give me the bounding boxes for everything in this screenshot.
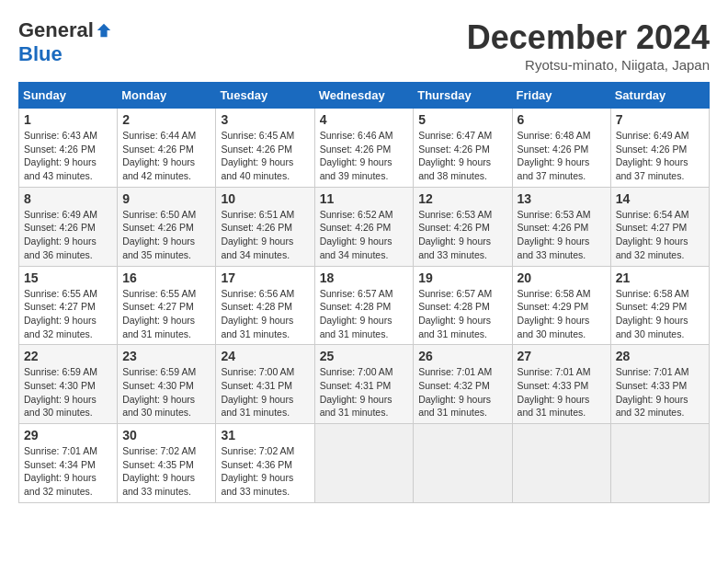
calendar-cell [314,424,414,503]
day-info: Sunrise: 6:58 AMSunset: 4:29 PMDaylight:… [616,287,704,341]
day-number: 8 [24,191,112,206]
calendar-cell: 20Sunrise: 6:58 AMSunset: 4:29 PMDayligh… [512,266,610,345]
day-info: Sunrise: 7:01 AMSunset: 4:33 PMDaylight:… [518,365,606,419]
calendar-cell [512,424,610,503]
calendar-cell: 14Sunrise: 6:54 AMSunset: 4:27 PMDayligh… [610,187,709,266]
day-info: Sunrise: 7:00 AMSunset: 4:31 PMDaylight:… [221,365,309,419]
day-number: 28 [616,349,704,363]
day-number: 29 [24,428,112,442]
day-info: Sunrise: 6:44 AMSunset: 4:26 PMDaylight:… [122,129,210,183]
day-number: 12 [418,191,506,206]
calendar-cell: 2Sunrise: 6:44 AMSunset: 4:26 PMDaylight… [118,109,216,188]
svg-marker-0 [97,24,110,37]
day-number: 27 [518,349,606,363]
calendar-table: SundayMondayTuesdayWednesdayThursdayFrid… [18,82,710,503]
day-info: Sunrise: 6:54 AMSunset: 4:27 PMDaylight:… [616,208,704,262]
day-info: Sunrise: 6:57 AMSunset: 4:28 PMDaylight:… [418,287,506,341]
day-info: Sunrise: 6:55 AMSunset: 4:27 PMDaylight:… [24,287,112,341]
day-info: Sunrise: 7:01 AMSunset: 4:34 PMDaylight:… [24,444,112,499]
day-info: Sunrise: 6:43 AMSunset: 4:26 PMDaylight:… [24,129,112,183]
day-info: Sunrise: 6:45 AMSunset: 4:26 PMDaylight:… [221,129,309,183]
calendar-cell: 6Sunrise: 6:48 AMSunset: 4:26 PMDaylight… [512,109,610,188]
calendar-cell: 16Sunrise: 6:55 AMSunset: 4:27 PMDayligh… [118,266,216,345]
calendar-cell: 22Sunrise: 6:59 AMSunset: 4:30 PMDayligh… [19,345,118,424]
calendar-cell: 15Sunrise: 6:55 AMSunset: 4:27 PMDayligh… [19,266,118,345]
day-info: Sunrise: 6:58 AMSunset: 4:29 PMDaylight:… [518,287,606,341]
calendar-cell: 8Sunrise: 6:49 AMSunset: 4:26 PMDaylight… [19,187,118,266]
calendar-cell: 19Sunrise: 6:57 AMSunset: 4:28 PMDayligh… [414,266,512,345]
day-info: Sunrise: 6:57 AMSunset: 4:28 PMDaylight:… [320,287,409,341]
calendar-cell: 27Sunrise: 7:01 AMSunset: 4:33 PMDayligh… [512,345,610,424]
calendar-cell: 9Sunrise: 6:50 AMSunset: 4:26 PMDaylight… [118,187,216,266]
day-number: 14 [616,191,704,206]
day-info: Sunrise: 6:56 AMSunset: 4:28 PMDaylight:… [221,287,309,341]
day-number: 1 [24,112,112,127]
calendar-week-row: 29Sunrise: 7:01 AMSunset: 4:34 PMDayligh… [19,424,710,503]
day-number: 17 [221,270,309,285]
calendar-cell: 5Sunrise: 6:47 AMSunset: 4:26 PMDaylight… [414,109,512,188]
day-info: Sunrise: 7:00 AMSunset: 4:31 PMDaylight:… [320,365,409,419]
logo-general: General [18,18,94,42]
logo-icon [96,22,112,39]
logo: General Blue [18,18,112,66]
page-header: General Blue December 2024 Ryotsu-minato… [18,18,710,73]
calendar-cell: 21Sunrise: 6:58 AMSunset: 4:29 PMDayligh… [610,266,709,345]
calendar-cell: 23Sunrise: 6:59 AMSunset: 4:30 PMDayligh… [118,345,216,424]
day-number: 5 [418,112,506,127]
main-title: December 2024 [467,18,710,57]
day-number: 4 [320,112,409,127]
day-number: 6 [518,112,606,127]
calendar-cell: 29Sunrise: 7:01 AMSunset: 4:34 PMDayligh… [19,424,118,503]
day-info: Sunrise: 6:51 AMSunset: 4:26 PMDaylight:… [221,208,309,262]
calendar-cell: 12Sunrise: 6:53 AMSunset: 4:26 PMDayligh… [414,187,512,266]
day-info: Sunrise: 7:02 AMSunset: 4:35 PMDaylight:… [122,444,210,499]
calendar-cell: 11Sunrise: 6:52 AMSunset: 4:26 PMDayligh… [314,187,414,266]
day-number: 3 [221,112,309,127]
day-info: Sunrise: 7:02 AMSunset: 4:36 PMDaylight:… [221,444,309,499]
day-number: 13 [518,191,606,206]
day-info: Sunrise: 6:55 AMSunset: 4:27 PMDaylight:… [122,287,210,341]
calendar-header-row: SundayMondayTuesdayWednesdayThursdayFrid… [19,83,710,109]
day-info: Sunrise: 6:53 AMSunset: 4:26 PMDaylight:… [518,208,606,262]
calendar-cell: 13Sunrise: 6:53 AMSunset: 4:26 PMDayligh… [512,187,610,266]
day-number: 30 [122,428,210,442]
calendar-cell: 7Sunrise: 6:49 AMSunset: 4:26 PMDaylight… [610,109,709,188]
day-number: 7 [616,112,704,127]
day-number: 10 [221,191,309,206]
day-info: Sunrise: 6:48 AMSunset: 4:26 PMDaylight:… [518,129,606,183]
weekday-header-thursday: Thursday [414,83,512,109]
calendar-cell: 24Sunrise: 7:00 AMSunset: 4:31 PMDayligh… [216,345,314,424]
day-info: Sunrise: 6:46 AMSunset: 4:26 PMDaylight:… [320,129,409,183]
day-info: Sunrise: 6:52 AMSunset: 4:26 PMDaylight:… [320,208,409,262]
weekday-header-friday: Friday [512,83,610,109]
day-info: Sunrise: 6:49 AMSunset: 4:26 PMDaylight:… [616,129,704,183]
calendar-cell: 10Sunrise: 6:51 AMSunset: 4:26 PMDayligh… [216,187,314,266]
day-number: 9 [122,191,210,206]
calendar-cell: 31Sunrise: 7:02 AMSunset: 4:36 PMDayligh… [216,424,314,503]
weekday-header-monday: Monday [118,83,216,109]
calendar-cell: 18Sunrise: 6:57 AMSunset: 4:28 PMDayligh… [314,266,414,345]
day-number: 20 [518,270,606,285]
weekday-header-saturday: Saturday [610,83,709,109]
day-number: 21 [616,270,704,285]
weekday-header-wednesday: Wednesday [314,83,414,109]
day-number: 25 [320,349,409,363]
day-number: 18 [320,270,409,285]
weekday-header-sunday: Sunday [19,83,118,109]
calendar-cell [414,424,512,503]
subtitle: Ryotsu-minato, Niigata, Japan [467,57,710,73]
day-number: 15 [24,270,112,285]
day-number: 19 [418,270,506,285]
calendar-week-row: 22Sunrise: 6:59 AMSunset: 4:30 PMDayligh… [19,345,710,424]
title-block: December 2024 Ryotsu-minato, Niigata, Ja… [467,18,710,73]
day-number: 22 [24,349,112,363]
calendar-week-row: 15Sunrise: 6:55 AMSunset: 4:27 PMDayligh… [19,266,710,345]
calendar-cell: 26Sunrise: 7:01 AMSunset: 4:32 PMDayligh… [414,345,512,424]
calendar-week-row: 8Sunrise: 6:49 AMSunset: 4:26 PMDaylight… [19,187,710,266]
day-info: Sunrise: 7:01 AMSunset: 4:32 PMDaylight:… [418,365,506,419]
calendar-cell: 17Sunrise: 6:56 AMSunset: 4:28 PMDayligh… [216,266,314,345]
calendar-body: 1Sunrise: 6:43 AMSunset: 4:26 PMDaylight… [19,109,710,503]
day-number: 24 [221,349,309,363]
day-info: Sunrise: 7:01 AMSunset: 4:33 PMDaylight:… [616,365,704,419]
calendar-cell: 30Sunrise: 7:02 AMSunset: 4:35 PMDayligh… [118,424,216,503]
